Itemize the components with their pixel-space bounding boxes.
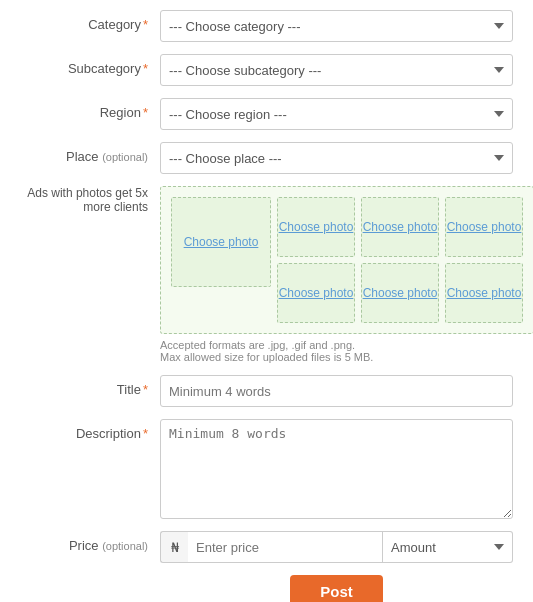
photo-choose-link-2[interactable]: Choose photo bbox=[363, 219, 438, 236]
photos-label-text: Ads with photos get 5x more clients bbox=[27, 186, 148, 214]
currency-symbol: ₦ bbox=[160, 531, 188, 563]
description-control bbox=[160, 419, 513, 519]
price-optional-text: (optional) bbox=[102, 540, 148, 552]
place-optional-text: (optional) bbox=[102, 151, 148, 163]
photo-slot-4[interactable]: Choose photo bbox=[277, 263, 355, 323]
photo-accepted-text: Accepted formats are .jpg, .gif and .png… bbox=[160, 339, 355, 351]
price-label: Price (optional) bbox=[20, 531, 160, 553]
region-label: Region* bbox=[20, 98, 160, 120]
subcategory-select[interactable]: --- Choose subcategory --- bbox=[160, 54, 513, 86]
category-select[interactable]: --- Choose category --- bbox=[160, 10, 513, 42]
photo-choose-link-5[interactable]: Choose photo bbox=[363, 285, 438, 302]
subcategory-label: Subcategory* bbox=[20, 54, 160, 76]
description-required: * bbox=[143, 426, 148, 441]
title-required: * bbox=[143, 382, 148, 397]
region-label-text: Region bbox=[100, 105, 141, 120]
photos-control: Choose photo Choose photo Choose photo C… bbox=[160, 186, 533, 363]
subcategory-control: --- Choose subcategory --- bbox=[160, 54, 513, 86]
photo-slot-5[interactable]: Choose photo bbox=[361, 263, 439, 323]
photos-wrapper: Choose photo Choose photo Choose photo C… bbox=[171, 197, 523, 323]
price-control: ₦ Amount bbox=[160, 531, 513, 563]
photo-slot-6[interactable]: Choose photo bbox=[445, 263, 523, 323]
photo-choose-link-3[interactable]: Choose photo bbox=[447, 219, 522, 236]
amount-select[interactable]: Amount bbox=[383, 531, 513, 563]
price-label-text: Price bbox=[69, 538, 99, 553]
title-label: Title* bbox=[20, 375, 160, 397]
photo-choose-link-1[interactable]: Choose photo bbox=[279, 219, 354, 236]
photo-slot-main[interactable]: Choose photo bbox=[171, 197, 271, 287]
photo-slot-1[interactable]: Choose photo bbox=[277, 197, 355, 257]
title-control bbox=[160, 375, 513, 407]
subcategory-row: Subcategory* --- Choose subcategory --- bbox=[20, 54, 513, 86]
description-row: Description* bbox=[20, 419, 513, 519]
place-label: Place (optional) bbox=[20, 142, 160, 164]
photo-choose-link-6[interactable]: Choose photo bbox=[447, 285, 522, 302]
region-required: * bbox=[143, 105, 148, 120]
place-select[interactable]: --- Choose place --- bbox=[160, 142, 513, 174]
photo-max-size-text: Max allowed size for uploaded files is 5… bbox=[160, 351, 373, 363]
place-row: Place (optional) --- Choose place --- bbox=[20, 142, 513, 174]
region-row: Region* --- Choose region --- bbox=[20, 98, 513, 130]
title-label-text: Title bbox=[117, 382, 141, 397]
description-textarea[interactable] bbox=[160, 419, 513, 519]
photo-upload-area: Choose photo Choose photo Choose photo C… bbox=[160, 186, 533, 334]
place-control: --- Choose place --- bbox=[160, 142, 513, 174]
price-row: Price (optional) ₦ Amount bbox=[20, 531, 513, 563]
category-row: Category* --- Choose category --- bbox=[20, 10, 513, 42]
post-btn-row: Post By publishing an ad, you agree and … bbox=[20, 575, 513, 602]
category-required: * bbox=[143, 17, 148, 32]
naira-icon: ₦ bbox=[171, 540, 179, 555]
photo-choose-link-4[interactable]: Choose photo bbox=[279, 285, 354, 302]
place-label-text: Place bbox=[66, 149, 99, 164]
category-label: Category* bbox=[20, 10, 160, 32]
subcategory-required: * bbox=[143, 61, 148, 76]
price-input[interactable] bbox=[188, 531, 383, 563]
price-input-row: ₦ Amount bbox=[160, 531, 513, 563]
post-button[interactable]: Post bbox=[290, 575, 383, 602]
photo-slot-3[interactable]: Choose photo bbox=[445, 197, 523, 257]
photos-label: Ads with photos get 5x more clients bbox=[20, 186, 160, 214]
photos-row: Ads with photos get 5x more clients Choo… bbox=[20, 186, 513, 363]
region-control: --- Choose region --- bbox=[160, 98, 513, 130]
region-select[interactable]: --- Choose region --- bbox=[160, 98, 513, 130]
subcategory-label-text: Subcategory bbox=[68, 61, 141, 76]
category-control: --- Choose category --- bbox=[160, 10, 513, 42]
photos-right-grid: Choose photo Choose photo Choose photo C… bbox=[277, 197, 523, 323]
description-label: Description* bbox=[20, 419, 160, 441]
title-input[interactable] bbox=[160, 375, 513, 407]
category-label-text: Category bbox=[88, 17, 141, 32]
title-row: Title* bbox=[20, 375, 513, 407]
photo-slot-2[interactable]: Choose photo bbox=[361, 197, 439, 257]
description-label-text: Description bbox=[76, 426, 141, 441]
photo-accepted-formats: Accepted formats are .jpg, .gif and .png… bbox=[160, 339, 533, 363]
photo-choose-link-main[interactable]: Choose photo bbox=[184, 234, 259, 251]
